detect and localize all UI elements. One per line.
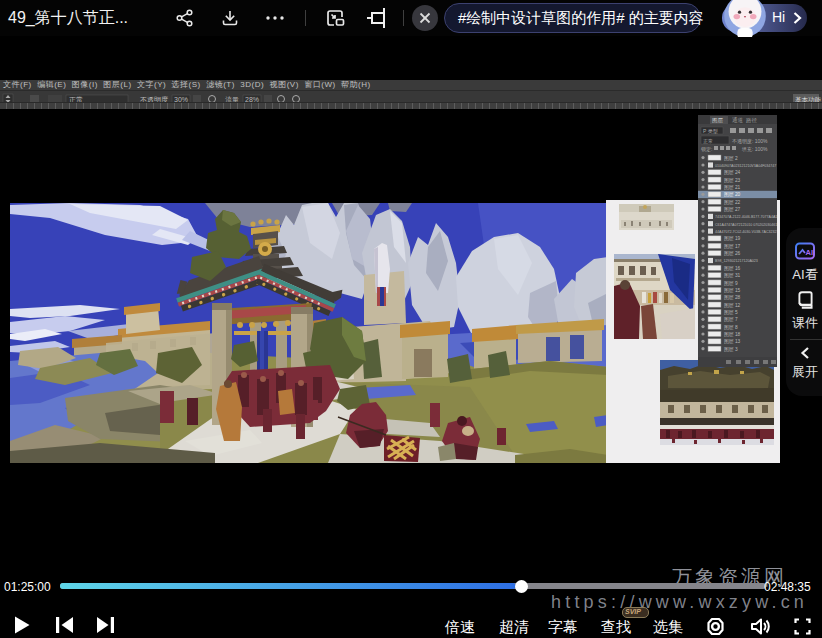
svg-text:图层 15: 图层 15 <box>724 288 741 293</box>
svg-text:图层 31: 图层 31 <box>724 273 741 278</box>
svg-text:图层 8: 图层 8 <box>724 325 738 330</box>
svg-text:B98_1293021217120A023: B98_1293021217120A023 <box>715 259 758 263</box>
svg-text:图层 28: 图层 28 <box>724 295 741 300</box>
svg-text:AI: AI <box>806 248 814 257</box>
svg-text:图层 21: 图层 21 <box>724 185 741 190</box>
svg-text:正常: 正常 <box>703 138 713 144</box>
svg-text:7434707A-2122-4046-B177-7077A4: 7434707A-2122-4046-B177-7077A4A120 <box>715 215 777 219</box>
svg-text:不透明度: 100%: 不透明度: 100% <box>732 138 768 145</box>
svg-text:锁定:: 锁定: <box>701 146 712 153</box>
svg-text:图层 5: 图层 5 <box>724 310 738 315</box>
svg-text:图层 13: 图层 13 <box>724 339 741 344</box>
svg-text:C61A4747A072121010 07020203046: C61A4747A072121010 0702020304617 <box>715 223 777 227</box>
svg-text:图层 20: 图层 20 <box>724 192 741 197</box>
svg-text:图层 18: 图层 18 <box>724 332 741 337</box>
svg-text:图层 3: 图层 3 <box>724 347 738 352</box>
svg-text:图层 24: 图层 24 <box>724 170 741 175</box>
svg-text:路径: 路径 <box>746 117 758 123</box>
svg-text:填充: 100%: 填充: 100% <box>741 146 768 153</box>
svg-text:图层 16: 图层 16 <box>724 266 741 271</box>
svg-text:图层 9: 图层 9 <box>724 281 738 286</box>
svg-text:图层 22: 图层 22 <box>724 200 741 205</box>
svg-text:图层 19: 图层 19 <box>724 236 741 241</box>
svg-text:01040907A023121210V3A04F034747: 01040907A023121210V3A04F034747 <box>715 164 776 168</box>
svg-text:图层 2: 图层 2 <box>724 156 738 161</box>
svg-text:图层 17: 图层 17 <box>724 244 741 249</box>
svg-text:通道: 通道 <box>732 116 744 123</box>
svg-text:图层 27: 图层 27 <box>724 207 741 212</box>
svg-text:图层 26: 图层 26 <box>724 251 741 256</box>
svg-text:图层 12: 图层 12 <box>724 303 741 308</box>
svg-text:图层 23: 图层 23 <box>724 178 741 183</box>
svg-text:图层: 图层 <box>712 117 724 124</box>
svg-text:P 类型: P 类型 <box>703 128 718 135</box>
svg-text:图层 7: 图层 7 <box>724 317 738 322</box>
svg-text:44A47072-7C02-4030-V03B-7AC323: 44A47072-7C02-4030-V03B-7AC323217 <box>715 230 777 234</box>
